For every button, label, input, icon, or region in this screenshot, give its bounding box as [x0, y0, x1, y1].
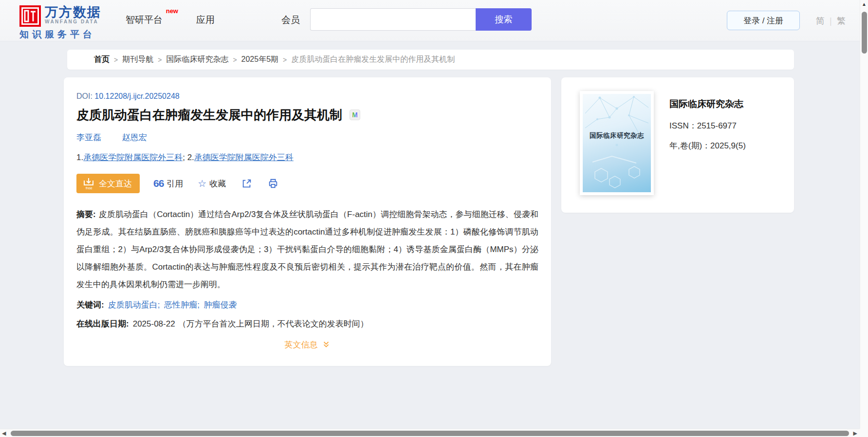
breadcrumb-separator: > [158, 56, 162, 64]
breadcrumb-current-article: 皮质肌动蛋白在肿瘤发生发展中的作用及其机制 [291, 55, 455, 65]
author-link[interactable]: 李亚磊 [76, 133, 101, 142]
page: 万方数据 WANFANG DATA 知识服务平台 智研平台 new 应用 会员 … [0, 0, 868, 437]
breadcrumb-issue[interactable]: 2025年5期 [241, 55, 279, 65]
share-button[interactable] [241, 178, 252, 189]
affiliation-number: 1. [76, 153, 83, 162]
doi-label: DOI: [76, 92, 92, 100]
cite-button[interactable]: 66 引用 [153, 178, 183, 189]
journal-issn-row: ISSN：2515-6977 [669, 120, 746, 131]
online-publish-date: 2025-08-22 [133, 319, 175, 328]
issn-label: ISSN： [669, 121, 697, 130]
authors-row: 李亚磊 赵恩宏 [76, 132, 538, 143]
scroll-left-arrow[interactable]: ◀ [2, 430, 6, 437]
cover-decoration [583, 94, 651, 192]
brand-name-en: WANFANG DATA [45, 19, 101, 24]
free-download-icon: free [82, 177, 95, 190]
breadcrumb: 首页 > 期刊导航 > 国际临床研究杂志 > 2025年5期 > 皮质肌动蛋白在… [67, 50, 794, 70]
print-icon [268, 178, 278, 189]
keyword-link[interactable]: 皮质肌动蛋白 [108, 300, 158, 310]
journal-volume-row: 年,卷(期)：2025,9(5) [669, 140, 746, 151]
english-info-toggle[interactable]: 英文信息 [76, 336, 538, 353]
keyword-separator: ; [158, 300, 160, 310]
nav-item-apps[interactable]: 应用 [196, 14, 215, 26]
doi-row: DOI: 10.12208/j.ijcr.20250248 [76, 92, 538, 101]
fulltext-button[interactable]: free 全文直达 [76, 174, 140, 193]
language-toggle: 简 | 繁 [816, 15, 846, 27]
vertical-scrollbar-thumb[interactable] [862, 12, 867, 54]
brand-subtitle: 知识服务平台 [19, 28, 101, 41]
abstract-label: 摘要: [76, 210, 96, 219]
article-card: DOI: 10.12208/j.ijcr.20250248 皮质肌动蛋白在肿瘤发… [64, 77, 551, 366]
title-row: 皮质肌动蛋白在肿瘤发生发展中的作用及其机制 M [76, 108, 538, 122]
scroll-up-arrow[interactable]: ▲ [862, 1, 867, 7]
keyword-link[interactable]: 肿瘤侵袭 [204, 300, 237, 310]
volume-value: 2025,9(5) [710, 141, 746, 150]
abstract: 摘要:皮质肌动蛋白（Cortactin）通过结合Arp2/3复合体及丝状肌动蛋白… [76, 206, 538, 293]
print-button[interactable] [268, 178, 278, 189]
svg-text:free: free [86, 186, 92, 190]
article-title: 皮质肌动蛋白在肿瘤发生发展中的作用及其机制 [76, 108, 342, 122]
affiliation-link[interactable]: 承德医学院附属医院外三科 [83, 153, 183, 162]
keyword-separator: ; [197, 300, 200, 310]
horizontal-scrollbar-thumb[interactable] [11, 431, 849, 436]
journal-name[interactable]: 国际临床研究杂志 [669, 98, 746, 110]
keyword-link[interactable]: 恶性肿瘤 [164, 300, 197, 310]
lang-traditional[interactable]: 繁 [837, 15, 846, 27]
journal-cover[interactable]: 国际临床研究杂志 [580, 91, 654, 195]
author-link[interactable]: 赵恩宏 [122, 133, 147, 142]
lang-divider: | [830, 16, 832, 26]
journal-cover-title: 国际临床研究杂志 [583, 131, 651, 140]
search-bar: 搜索 [310, 8, 532, 31]
double-chevron-down-icon [322, 341, 331, 349]
scrollbar-corner [860, 429, 868, 437]
keywords-row: 关键词:皮质肌动蛋白; 恶性肿瘤; 肿瘤侵袭 [76, 299, 538, 310]
breadcrumb-journal-nav[interactable]: 期刊导航 [122, 55, 153, 65]
login-register-button[interactable]: 登录 / 注册 [727, 11, 800, 30]
breadcrumb-journal[interactable]: 国际临床研究杂志 [166, 55, 228, 65]
search-input[interactable] [310, 8, 476, 31]
quote-icon: 66 [153, 179, 164, 188]
breadcrumb-separator: > [233, 56, 237, 64]
header: 万方数据 WANFANG DATA 知识服务平台 智研平台 new 应用 会员 … [0, 0, 868, 41]
breadcrumb-home[interactable]: 首页 [94, 55, 110, 65]
issn-value: 2515-6977 [697, 121, 737, 130]
journal-info: 国际临床研究杂志 ISSN：2515-6977 年,卷(期)：2025,9(5) [669, 91, 746, 213]
affiliations-row: 1.承德医学院附属医院外三科; 2.承德医学院附属医院外三科 [76, 152, 538, 163]
online-publish-label: 在线出版日期: [76, 319, 129, 328]
nav-item-zhiyan[interactable]: 智研平台 new [126, 14, 163, 26]
breadcrumb-separator: > [114, 56, 118, 64]
online-publish-note: （万方平台首次上网日期，不代表论文的发表时间） [178, 319, 369, 328]
scroll-right-arrow[interactable]: ▶ [853, 430, 857, 437]
medreading-badge-icon[interactable]: M [350, 109, 360, 120]
horizontal-scrollbar: ◀ ▶ [0, 429, 868, 437]
nav-item-member[interactable]: 会员 [281, 14, 300, 26]
wanfang-logo-icon [19, 5, 41, 27]
wanfang-logo[interactable]: 万方数据 WANFANG DATA 知识服务平台 [19, 5, 101, 41]
abstract-text: 皮质肌动蛋白（Cortactin）通过结合Arp2/3复合体及丝状肌动蛋白（F-… [76, 210, 538, 289]
share-icon [241, 178, 252, 189]
doi-link[interactable]: 10.12208/j.ijcr.20250248 [94, 92, 179, 100]
journal-card: 国际临床研究杂志 国际临床研究杂志 ISSN：2515-6977 年,卷(期)：… [561, 77, 794, 213]
vertical-scrollbar: ▲ [860, 0, 868, 429]
keywords-label: 关键词: [76, 300, 104, 310]
affiliation-separator: ; [183, 153, 185, 162]
affiliation-number: 2. [187, 153, 194, 162]
affiliation-link[interactable]: 承德医学院附属医院外三科 [194, 153, 294, 162]
breadcrumb-separator: > [283, 56, 287, 64]
volume-label: 年,卷(期)： [669, 141, 710, 150]
star-icon: ☆ [198, 179, 206, 188]
favorite-button[interactable]: ☆ 收藏 [198, 178, 226, 189]
lang-simplified[interactable]: 简 [816, 15, 825, 27]
action-bar: free 全文直达 66 引用 ☆ 收藏 [76, 174, 538, 193]
brand-name-cn: 万方数据 [45, 5, 101, 19]
online-publish-row: 在线出版日期:2025-08-22（万方平台首次上网日期，不代表论文的发表时间） [76, 318, 538, 329]
new-badge: new [166, 7, 178, 15]
search-button[interactable]: 搜索 [476, 8, 532, 31]
